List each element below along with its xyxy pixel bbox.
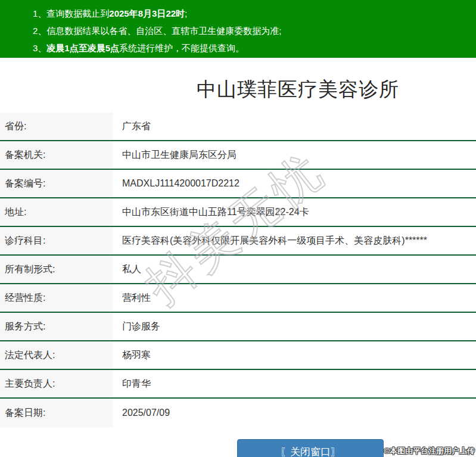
row-value: 门诊服务 [113,313,476,340]
row-label: 地址: [0,198,113,226]
row-value: 中山市卫生健康局东区分局 [113,141,476,169]
table-row: 备案编号: MADXLJ1114200017D2212 [0,170,476,198]
row-label: 备案机关: [0,141,113,169]
table-row: 备案日期: 2025/07/09 [0,399,476,427]
info-table: 省份: 广东省 备案机关: 中山市卫生健康局东区分局 备案编号: MADXLJ1… [0,113,476,427]
row-label: 经营性质: [0,284,113,312]
notice-number: 2、 [33,26,46,36]
notice-text: 信息数据结果以各省、自治区、直辖市卫生健康委数据为准; [46,26,281,36]
table-row: 所有制形式: 私人 [0,256,476,284]
row-label: 备案日期: [0,399,113,427]
row-value: 2025/07/09 [113,399,476,427]
row-value: 医疗美容科(美容外科仅限开展美容外科一级项目手术、美容皮肤科)****** [113,227,476,254]
row-label: 诊疗科目: [0,227,113,254]
table-row: 诊疗科目: 医疗美容科(美容外科仅限开展美容外科一级项目手术、美容皮肤科)***… [0,227,476,256]
page-title: 中山璞菲医疗美容诊所 [0,76,476,103]
table-row: 法定代表人: 杨羽寒 [0,341,476,370]
notice-text: 系统进行维护，不能提供查询。 [119,43,244,53]
row-label: 主要负责人: [0,370,113,397]
table-row: 省份: 广东省 [0,113,476,141]
notice-line: 3、凌晨1点至凌晨5点系统进行维护，不能提供查询。 [33,39,476,57]
row-label: 备案编号: [0,170,113,197]
notice-text: 查询数据截止到 [46,8,109,18]
notice-number: 3、 [33,43,46,53]
notice-line: 1、查询数据截止到2025年8月3日22时; [33,5,476,22]
attribution-text: ©本图由平台注册用户上传 [384,446,475,456]
notice-text-bold: 凌晨1点至凌晨5点 [46,43,119,53]
row-value: 私人 [113,256,476,283]
table-row: 地址: 中山市东区街道中山五路11号奕翠园22-24卡 [0,198,476,227]
row-value: 营利性 [113,284,476,312]
row-label: 法定代表人: [0,341,113,369]
row-value: 杨羽寒 [113,341,476,369]
notice-number: 1、 [33,8,46,18]
row-label: 省份: [0,113,113,140]
notice-line: 2、信息数据结果以各省、自治区、直辖市卫生健康委数据为准; [33,22,476,39]
row-value: 广东省 [113,113,476,140]
notice-banner: 1、查询数据截止到2025年8月3日22时; 2、信息数据结果以各省、自治区、直… [0,0,476,58]
row-value: MADXLJ1114200017D2212 [113,170,476,197]
notice-text: ; [185,8,187,18]
query-result-page: 1、查询数据截止到2025年8月3日22时; 2、信息数据结果以各省、自治区、直… [0,0,476,457]
notice-text-bold: 2025年8月3日22时 [109,8,185,18]
close-window-button[interactable]: 〖关闭窗口〗 [237,439,384,457]
row-label: 所有制形式: [0,256,113,283]
row-value: 中山市东区街道中山五路11号奕翠园22-24卡 [113,198,476,226]
table-row: 经营性质: 营利性 [0,284,476,313]
table-row: 服务方式: 门诊服务 [0,313,476,341]
row-value: 印青华 [113,370,476,397]
row-label: 服务方式: [0,313,113,340]
table-row: 主要负责人: 印青华 [0,370,476,399]
table-row: 备案机关: 中山市卫生健康局东区分局 [0,141,476,170]
